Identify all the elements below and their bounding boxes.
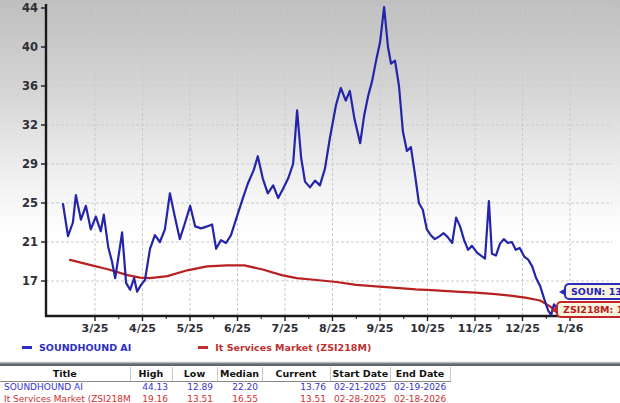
y-tick-label: 25 (22, 196, 38, 210)
y-tick-label: 21 (22, 235, 38, 249)
zsi-price-callout: ZSI218M: 13.51 (556, 301, 620, 318)
cell-start_date: 02-28-2025 (330, 394, 390, 403)
soun-line-swatch-icon (22, 346, 32, 349)
cell-high: 19.16 (130, 394, 172, 403)
chart-legend: SOUNDHOUND AI It Services Market (ZSI218… (0, 335, 620, 361)
price-comparison-chart: 44403632292521173/254/255/256/257/258/25… (0, 0, 620, 403)
x-tick-label: 4/25 (129, 322, 156, 335)
stats-table: TitleHighLowMedianCurrentStart DateEnd D… (0, 367, 451, 403)
y-tick-label: 29 (22, 157, 38, 171)
x-tick-label: 8/25 (319, 322, 346, 335)
cell-current: 13.51 (262, 394, 330, 403)
industry-line-swatch-icon (198, 346, 208, 349)
column-header-start-date: Start Date (330, 367, 390, 382)
cell-median: 22.20 (217, 382, 262, 394)
separator-bar (0, 361, 620, 366)
cell-title[interactable]: It Services Market (ZSI218M) (0, 394, 130, 403)
y-tick-label: 32 (22, 118, 38, 132)
table-row: SOUNDHOUND AI44.1312.8922.2013.7602-21-2… (0, 382, 450, 394)
column-header-median: Median (217, 367, 262, 382)
x-tick-label: 12/25 (505, 322, 540, 335)
cell-title: SOUNDHOUND AI (0, 382, 130, 394)
cell-start_date: 02-21-2025 (330, 382, 390, 394)
legend-item-industry: It Services Market (ZSI218M) (198, 342, 371, 353)
cell-end_date: 02-19-2026 (390, 382, 450, 394)
cell-high: 44.13 (130, 382, 172, 394)
y-tick-label: 36 (22, 79, 38, 93)
table-row: It Services Market (ZSI218M)19.1613.5116… (0, 394, 450, 403)
x-tick-label: 10/25 (410, 322, 445, 335)
column-header-current: Current (262, 367, 330, 382)
legend-item-soun: SOUNDHOUND AI (22, 342, 131, 353)
soun-price-line (63, 7, 560, 315)
stats-table-header: TitleHighLowMedianCurrentStart DateEnd D… (0, 367, 450, 382)
cell-low: 12.89 (172, 382, 217, 394)
column-header-end-date: End Date (390, 367, 450, 382)
legend-label-industry: It Services Market (ZSI218M) (215, 342, 371, 353)
legend-label-soun: SOUNDHOUND AI (39, 342, 131, 353)
x-tick-label: 7/25 (272, 322, 299, 335)
x-tick-label: 6/25 (224, 322, 251, 335)
x-tick-label: 3/25 (82, 322, 109, 335)
cell-end_date: 02-18-2026 (390, 394, 450, 403)
cell-low: 13.51 (172, 394, 217, 403)
y-tick-label: 40 (22, 40, 38, 54)
x-tick-label: 5/25 (177, 322, 204, 335)
column-header-high: High (130, 367, 172, 382)
cell-median: 16.55 (217, 394, 262, 403)
soun-price-callout: SOUN: 13.76 (564, 283, 620, 300)
column-header-low: Low (172, 367, 217, 382)
x-tick-label: 1/26 (557, 322, 584, 335)
x-tick-label: 11/25 (458, 322, 493, 335)
column-header-title: Title (0, 367, 130, 382)
chart-svg: 44403632292521173/254/255/256/257/258/25… (0, 0, 620, 335)
chart-plot-area: 44403632292521173/254/255/256/257/258/25… (0, 0, 620, 335)
industry-price-line (70, 260, 560, 315)
x-tick-label: 9/25 (367, 322, 394, 335)
cell-current: 13.76 (262, 382, 330, 394)
y-tick-label: 44 (22, 1, 38, 15)
y-tick-label: 17 (22, 274, 38, 288)
